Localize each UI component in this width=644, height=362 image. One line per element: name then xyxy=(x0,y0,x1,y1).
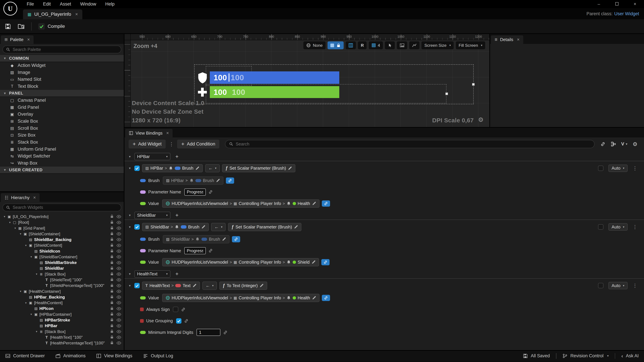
value-path-chip[interactable]: HUDPlayerInfoListViewmodel>▦Controlling … xyxy=(162,258,319,266)
gear-icon[interactable]: ⚙ xyxy=(632,141,638,147)
designer-viewport[interactable]: 5506006507007508008509009501000105011001… xyxy=(124,34,490,127)
auto-dropdown[interactable]: Auto▾ xyxy=(608,223,628,231)
hierarchy-view-icon[interactable] xyxy=(611,142,616,146)
checkbox[interactable] xyxy=(134,224,140,230)
stats-button[interactable] xyxy=(409,41,420,49)
hierarchy-row[interactable]: ▾▣[UI_OG_PlayerInfo] xyxy=(0,214,124,220)
menu-window[interactable]: Window xyxy=(76,1,101,7)
close-button[interactable]: × xyxy=(626,0,644,8)
chevron-down-icon[interactable]: ▾ xyxy=(34,272,38,276)
resize-handle[interactable] xyxy=(472,83,475,86)
chevron-down-icon[interactable]: ▾ xyxy=(34,330,38,333)
hierarchy-row[interactable]: T[ShieldPercentageText] "|100" xyxy=(0,283,124,289)
hierarchy-row[interactable]: ▾≣[Stack Box] xyxy=(0,329,124,334)
chevron-down-icon[interactable]: ▾ xyxy=(128,284,132,288)
close-icon[interactable]: × xyxy=(166,131,169,136)
chevron-down-icon[interactable]: ▾ xyxy=(128,225,132,229)
palette-item-widget-switcher[interactable]: ⇆Widget Switcher xyxy=(0,153,124,160)
direction-dropdown[interactable]: ←▾ xyxy=(202,282,217,290)
chevron-down-icon[interactable]: ▾ xyxy=(8,221,12,224)
palette-item-scale-box[interactable]: ⊞Scale Box xyxy=(0,118,124,125)
hierarchy-row[interactable]: ▨HPBar_Backing xyxy=(0,294,124,300)
property-input[interactable] xyxy=(196,329,220,336)
palette-section-panel[interactable]: ▾PANEL xyxy=(0,90,124,97)
minimize-button[interactable]: – xyxy=(590,0,608,8)
chevron-down-icon[interactable]: ▾ xyxy=(128,155,132,159)
auto-dropdown[interactable]: Auto▾ xyxy=(608,165,628,172)
chevron-down-icon[interactable]: ▾ xyxy=(128,166,132,170)
hierarchy-row[interactable]: T[HealthPercentageText] "|100" xyxy=(0,340,124,346)
browse-to-asset-icon[interactable] xyxy=(18,23,25,29)
status-content-drawer[interactable]: Content Drawer xyxy=(0,351,50,361)
hierarchy-row[interactable]: ▾▦[Grid Panel] xyxy=(0,225,124,231)
details-tab[interactable]: ≣ Details × xyxy=(491,35,524,44)
direction-dropdown[interactable]: ←▾ xyxy=(205,164,220,172)
checkbox[interactable] xyxy=(134,283,140,288)
binding-source-chip[interactable]: THealthText>Text xyxy=(142,282,200,290)
checkbox[interactable] xyxy=(176,318,182,324)
checkbox[interactable] xyxy=(598,166,604,171)
menu-edit[interactable]: Edit xyxy=(38,1,55,7)
widget-select-dropdown[interactable]: ShieldBar▾ xyxy=(134,212,170,219)
palette-search[interactable] xyxy=(2,45,122,53)
function-chip[interactable]: ƒTo Text (Integer) xyxy=(219,282,267,290)
hierarchy-row[interactable]: ▾▣[ShieldContainer] xyxy=(0,231,124,237)
hierarchy-row[interactable]: ▾▣[ShieldBarContainer] xyxy=(0,254,124,260)
status-output-log[interactable]: Output Log xyxy=(138,351,178,361)
palette-tab[interactable]: ⊞ Palette × xyxy=(1,35,34,44)
hierarchy-row[interactable]: T[ShieldText] "100" xyxy=(0,277,124,283)
palette-item-scroll-box[interactable]: ▤Scroll Box xyxy=(0,125,124,132)
binding-source-chip[interactable]: ▨ShieldBar>Brush xyxy=(142,223,209,231)
parent-class-link[interactable]: User Widget xyxy=(614,11,639,16)
bind-link-button[interactable] xyxy=(232,236,240,242)
respect-locks-button[interactable]: R xyxy=(358,41,366,49)
health-plus-icon[interactable] xyxy=(196,86,209,98)
palette-item-overlay[interactable]: ▣Overlay xyxy=(0,111,124,118)
function-chip[interactable]: ƒSet Scalar Parameter (Brush) xyxy=(222,164,295,172)
tab-ui-og-playerinfo[interactable]: ▦ UI_OG_PlayerInfo × xyxy=(23,9,82,19)
more-options-icon[interactable]: ⋮ xyxy=(169,141,174,147)
auto-dropdown[interactable]: Auto▾ xyxy=(608,282,628,289)
add-binding-button[interactable]: + xyxy=(176,271,178,277)
palette-section-common[interactable]: ▾COMMON xyxy=(0,55,124,62)
bound-property-chip[interactable]: ▨HPBar>Brush xyxy=(163,176,224,185)
more-options-icon[interactable]: ⋮ xyxy=(632,165,637,171)
view-bindings-tab[interactable]: View Bindings × xyxy=(125,129,172,137)
chevron-down-icon[interactable]: ▾ xyxy=(29,313,33,316)
chevron-down-icon[interactable]: ▾ xyxy=(128,213,132,217)
value-path-chip[interactable]: HUDPlayerInfoListViewmodel>▦Controlling … xyxy=(162,294,319,302)
binding-source-chip[interactable]: ▨HPBar>Brush xyxy=(142,164,203,172)
status-animations[interactable]: Animations xyxy=(50,351,91,361)
ask-ai-button[interactable]: ‹ Ask AI xyxy=(616,351,644,361)
close-icon[interactable]: × xyxy=(27,37,30,42)
hierarchy-search-input[interactable] xyxy=(12,205,118,210)
palette-item-text-block[interactable]: TText Block xyxy=(0,83,124,90)
palette-item-stack-box[interactable]: ≣Stack Box xyxy=(0,139,124,146)
preview-background-dropdown[interactable]: None xyxy=(304,41,326,49)
add-binding-button[interactable]: + xyxy=(176,212,178,218)
property-input[interactable] xyxy=(184,189,206,196)
function-chip[interactable]: ƒSet Scalar Parameter (Brush) xyxy=(228,223,301,231)
screen-size-dropdown[interactable]: Screen Size ▾ xyxy=(422,41,454,49)
add-binding-button[interactable]: + xyxy=(176,153,178,160)
cursor-tool-button[interactable] xyxy=(385,41,395,49)
save-icon[interactable] xyxy=(5,23,11,29)
bind-link-button[interactable] xyxy=(322,295,330,301)
status-view-bindings[interactable]: View Bindings xyxy=(91,351,138,361)
all-saved-button[interactable]: All Saved xyxy=(518,351,555,361)
compile-button[interactable]: Compile xyxy=(38,23,65,30)
hierarchy-row[interactable]: ▨ShieldBarStroke xyxy=(0,260,124,266)
dpi-settings-gear-icon[interactable]: ⚙ xyxy=(478,116,484,123)
palette-search-input[interactable] xyxy=(12,47,118,52)
chevron-down-icon[interactable]: ▾ xyxy=(24,301,28,305)
unreal-logo-icon[interactable]: U xyxy=(3,2,17,15)
hierarchy-tab[interactable]: Hierarchy × xyxy=(1,193,40,202)
close-icon[interactable]: × xyxy=(75,12,78,17)
hierarchy-row[interactable]: T[HealthText] "100" xyxy=(0,335,124,340)
bind-link-button[interactable] xyxy=(226,177,234,184)
hierarchy-row[interactable]: ▨ShieldIcon xyxy=(0,248,124,254)
palette-section-user-created[interactable]: ▾USER CREATED xyxy=(0,167,124,174)
chevron-down-icon[interactable]: ▾ xyxy=(18,232,22,236)
menu-asset[interactable]: Asset xyxy=(55,1,76,7)
close-icon[interactable]: × xyxy=(33,195,36,200)
